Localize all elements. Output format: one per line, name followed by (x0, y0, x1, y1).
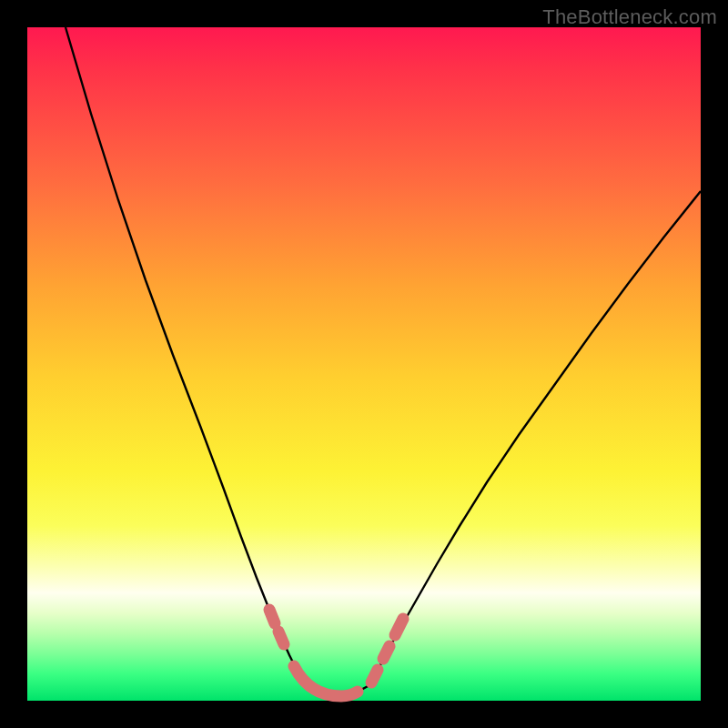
plot-area (27, 27, 701, 701)
outer-frame: TheBottleneck.com (0, 0, 728, 728)
marker-left-upper (269, 610, 275, 623)
left-curve (66, 27, 308, 688)
marker-right-lower (371, 670, 378, 682)
curves-svg (27, 27, 701, 701)
marker-left-lower (278, 632, 284, 644)
right-curve (369, 191, 701, 685)
marker-valley (294, 666, 358, 696)
marker-right-mid (383, 646, 389, 659)
watermark-text: TheBottleneck.com (542, 5, 717, 29)
marker-right-upper (395, 619, 403, 635)
